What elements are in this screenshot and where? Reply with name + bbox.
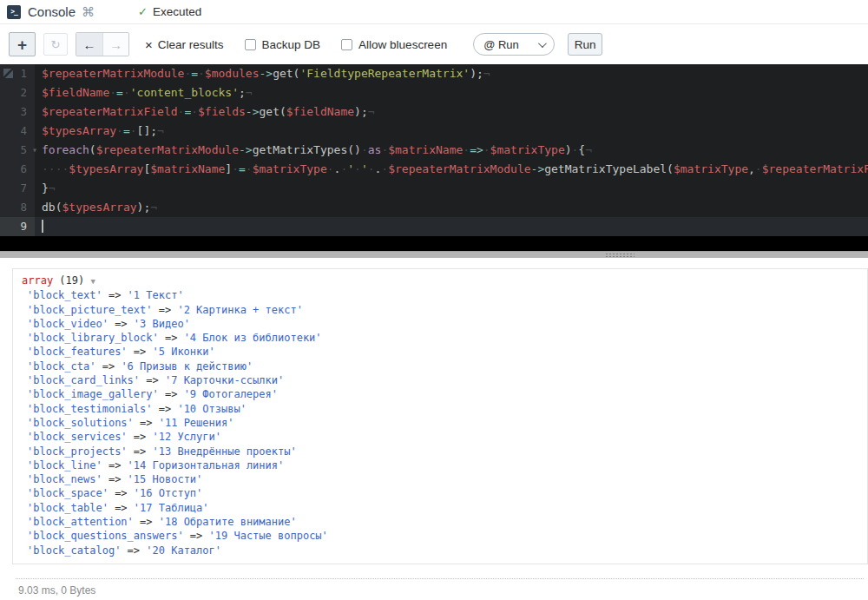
code-line[interactable]: 7}¬ (0, 179, 868, 198)
dump-entry: 'block_attention' => '18 Обратите вниман… (22, 515, 858, 529)
dump-entry: 'block_space' => '16 Отступ' (22, 486, 858, 500)
allow-bluescreen-label: Allow bluescreen (358, 38, 447, 51)
dump-entries: 'block_text' => '1 Текст''block_picture_… (22, 288, 858, 557)
text-cursor (42, 220, 43, 233)
backup-db-checkbox[interactable] (245, 39, 256, 50)
line-number: 7 (20, 181, 27, 195)
dump-entry: 'block_solutions' => '11 Решения' (22, 416, 858, 430)
command-key-icon: ⌘ (82, 4, 95, 20)
dump-entry: 'block_services' => '12 Услуги' (22, 430, 858, 444)
dump-entry: 'block_library_block' => '4 Блок из библ… (22, 331, 858, 345)
fold-arrow-icon[interactable]: ▾ (32, 141, 37, 160)
run-target-value: @ Run (483, 38, 519, 51)
gutter-cell: 9 (0, 217, 35, 236)
executed-label: Executed (153, 5, 201, 18)
backup-db-checkbox-group[interactable]: Backup DB (245, 38, 321, 51)
history-back-button[interactable]: ← (76, 33, 102, 56)
dump-entry: 'block_table' => '17 Таблица' (22, 501, 858, 515)
drag-grip-icon (605, 253, 635, 258)
history-forward-button[interactable]: → (102, 33, 128, 56)
code-text: $repeaterMatrixField·=·$fields->get($fie… (35, 102, 375, 122)
plus-icon: + (17, 36, 27, 53)
dump-entry: 'block_image_gallery' => '9 Фотогалерея' (22, 387, 858, 401)
code-line[interactable]: 8db($typesArray);¬ (0, 198, 868, 217)
dump-header: array (19) ▼ (22, 274, 858, 288)
gutter-cell: 8 (0, 198, 35, 217)
code-text: $typesArray·=·[];¬ (35, 122, 164, 141)
code-text: db($typesArray);¬ (35, 198, 157, 217)
dump-entry: 'block_cta' => '6 Призыв к действию' (22, 359, 858, 373)
resize-splitter[interactable] (0, 251, 868, 258)
code-line[interactable]: 9 (0, 217, 868, 236)
code-line[interactable]: 3$repeaterMatrixField·=·$fields->get($fi… (0, 102, 868, 122)
line-number: 4 (20, 124, 27, 137)
run-target-select[interactable]: @ Run (473, 33, 555, 56)
code-line[interactable]: 5▾foreach($repeaterMatrixModule->getMatr… (0, 141, 868, 160)
chevron-down-icon (538, 39, 547, 48)
code-text: ····$typesArray[$matrixName]·=·$matrixTy… (35, 160, 868, 179)
gutter-cell: 1 (0, 64, 35, 83)
code-text: foreach($repeaterMatrixModule->getMatrix… (35, 141, 592, 160)
dump-entry: 'block_text' => '1 Текст' (22, 288, 858, 302)
dump-type-label: array (22, 274, 53, 287)
modified-marker-icon (3, 69, 13, 78)
executed-status: ✓ Executed (138, 5, 201, 18)
dump-output: array (19) ▼ 'block_text' => '1 Текст''b… (12, 268, 868, 564)
line-number: 3 (20, 105, 27, 118)
line-number: 6 (20, 162, 27, 175)
reload-icon: ↻ (51, 38, 61, 51)
code-line[interactable]: 2$fieldName·=·'content_blocks';¬ (0, 83, 868, 102)
code-text (35, 217, 43, 236)
execution-stats: 9.03 ms, 0 Bytes (0, 579, 868, 597)
gutter-cell: 6 (0, 160, 35, 179)
line-number: 5 (20, 143, 27, 156)
code-line[interactable]: 4$typesArray·=·[];¬ (0, 122, 868, 141)
dump-entry: 'block_testimonials' => '10 Отзывы' (22, 402, 858, 416)
code-line[interactable]: 6····$typesArray[$matrixName]·=·$matrixT… (0, 160, 868, 179)
code-text: $repeaterMatrixModule·=·$modules->get('F… (35, 64, 490, 83)
arrow-right-icon: → (109, 37, 122, 52)
line-number: 1 (20, 67, 27, 80)
check-icon: ✓ (138, 5, 148, 18)
arrow-left-icon: ← (83, 37, 96, 52)
clear-results-label: Clear results (158, 38, 224, 51)
backup-db-label: Backup DB (262, 38, 321, 51)
reload-button[interactable]: ↻ (43, 33, 68, 56)
close-icon: × (145, 38, 153, 51)
line-number: 8 (20, 201, 27, 214)
code-text: $fieldName·=·'content_blocks';¬ (35, 83, 253, 102)
panel-title: Console (28, 4, 76, 19)
collapse-toggle-icon[interactable]: ▼ (91, 277, 95, 286)
dump-entry: 'block_projects' => '13 Внедрённые проек… (22, 445, 858, 458)
dump-entry: 'block_features' => '5 Иконки' (22, 345, 858, 359)
expand-editor-button[interactable]: + (9, 32, 36, 56)
dump-entry: 'block_questions_answers' => '19 Частые … (22, 529, 858, 543)
gutter-cell: 5▾ (0, 141, 35, 160)
dump-entry: 'block_picture_text' => '2 Картинка + те… (22, 303, 858, 317)
dump-entry: 'block_catalog' => '20 Каталог' (22, 544, 858, 557)
gutter-cell: 4 (0, 122, 35, 141)
dump-entry: 'block_line' => '14 Горизонтальная линия… (22, 458, 858, 472)
code-text: }¬ (35, 179, 56, 198)
code-line[interactable]: 1$repeaterMatrixModule·=·$modules->get('… (0, 64, 868, 83)
clear-results-button[interactable]: × Clear results (145, 38, 224, 51)
gutter-cell: 2 (0, 83, 35, 102)
run-button[interactable]: Run (568, 33, 602, 56)
allow-bluescreen-checkbox-group[interactable]: Allow bluescreen (341, 38, 447, 51)
code-editor[interactable]: 1$repeaterMatrixModule·=·$modules->get('… (0, 64, 868, 251)
dump-entry: 'block_video' => '3 Видео' (22, 317, 858, 331)
results-area: array (19) ▼ 'block_text' => '1 Текст''b… (0, 258, 868, 600)
line-number: 2 (20, 86, 27, 99)
dump-entry: 'block_news' => '15 Новости' (22, 472, 858, 486)
gutter-cell: 3 (0, 102, 35, 122)
allow-bluescreen-checkbox[interactable] (341, 39, 352, 50)
line-number: 9 (20, 220, 27, 233)
panel-header: >_ Console ⌘ ✓ Executed (0, 0, 868, 24)
console-toolbar: + ↻ ← → × Clear results Backup DB Allow … (0, 24, 868, 64)
gutter-cell: 7 (0, 179, 35, 198)
code-lines: 1$repeaterMatrixModule·=·$modules->get('… (0, 64, 868, 236)
history-nav-group: ← → (76, 32, 129, 56)
console-terminal-icon: >_ (7, 5, 21, 19)
dump-entry: 'block_card_links' => '7 Карточки-ссылки… (22, 373, 858, 387)
dump-count: (19) (59, 274, 84, 287)
